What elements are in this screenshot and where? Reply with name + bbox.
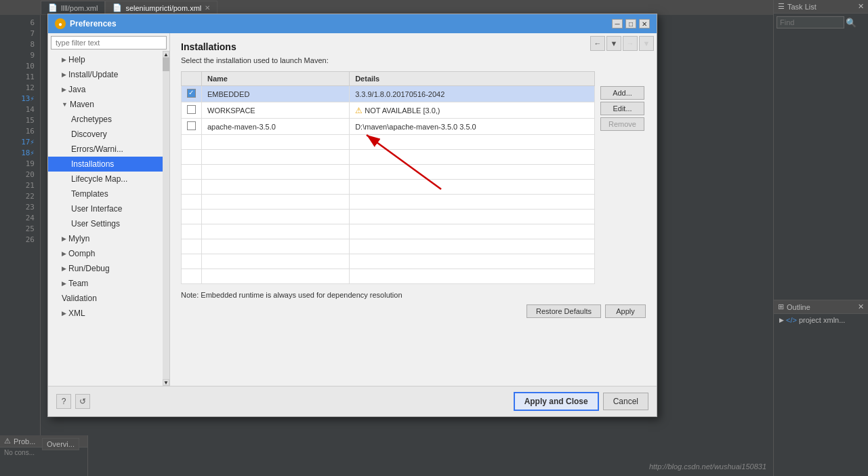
apply-button[interactable]: Apply [605,304,646,318]
sidebar-item-validation[interactable]: Validation [48,291,169,306]
file-icon-2: 📄 [112,3,122,12]
overview-tab[interactable]: Overvi... [42,438,79,450]
table-row-embedded[interactable]: EMBEDDED 3.3.9/1.8.0.20170516-2042 [182,86,595,102]
tab-bar: 📄 llll/pom.xml 📄 seleniumpricti/pom.xml … [0,0,868,15]
forward-button[interactable]: → [623,36,638,51]
sidebar-item-maven[interactable]: ▼ Maven [48,97,169,112]
sidebar-item-discovery[interactable]: Discovery [48,127,169,142]
table-action-buttons: Add... Edit... Remove [600,71,644,287]
table-row-empty-9 [182,254,595,269]
scroll-down-arrow[interactable]: ▼ [163,379,169,386]
installations-table: Name Details EMBEDDED 3 [181,71,595,284]
watermark: http://blog.csdn.net/wushuai150831 [649,462,766,471]
sidebar-item-archetypes[interactable]: Archetypes [48,112,169,127]
row-details-workspace: ⚠ NOT AVAILABLE [3.0,) [350,102,595,119]
dialog-main-content: ← ▼ → ▼ Installations Select the install… [170,33,657,386]
chevron-right-icon: ▶ [62,233,66,245]
forward-dropdown-button[interactable]: ▼ [639,36,654,51]
edit-button[interactable]: Edit... [600,102,644,115]
row-details-embedded: 3.3.9/1.8.0.20170516-2042 [350,86,595,102]
chevron-right-icon: ▶ [62,68,66,81]
sidebar-item-oomph[interactable]: ▶ Oomph [48,246,169,261]
sidebar-item-xml[interactable]: ▶ XML [48,306,169,321]
tab-pom-xml-2[interactable]: 📄 seleniumpricti/pom.xml ✕ [105,1,218,14]
outline-panel: ⊞ Outline ✕ ▶ </> project xmln... [773,300,868,435]
restore-defaults-button[interactable]: Restore Defaults [526,304,601,318]
row-checkbox-embedded[interactable] [182,86,202,102]
col-details: Details [350,72,595,86]
table-row-empty-10 [182,269,595,284]
sidebar-item-team[interactable]: ▶ Team [48,276,169,291]
restore-icon-button[interactable]: ↺ [75,394,90,409]
task-find-input[interactable] [777,16,844,28]
table-row-empty-2 [182,150,595,165]
row-name-workspace: WORKSPACE [202,102,350,119]
help-icon-button[interactable]: ? [56,394,71,409]
problems-icon: ⚠ [4,437,11,445]
sidebar-item-help[interactable]: ▶ Help [48,52,169,67]
outline-close-icon[interactable]: ✕ [858,302,864,311]
eclipse-background: 📄 llll/pom.xml 📄 seleniumpricti/pom.xml … [0,0,868,476]
remove-button[interactable]: Remove [600,117,644,131]
checkbox-workspace[interactable] [187,105,196,114]
tab-close-icon[interactable]: ✕ [205,4,210,12]
minimize-button[interactable]: ─ [612,19,623,28]
scroll-up-arrow[interactable]: ▲ [163,51,169,58]
row-checkbox-workspace[interactable] [182,102,202,119]
outline-item: ▶ </> project xmln... [774,314,868,326]
add-button[interactable]: Add... [600,86,644,100]
apply-and-close-button[interactable]: Apply and Close [514,392,599,411]
table-row-empty-1 [182,135,595,150]
chevron-right-icon: ▶ [62,54,66,66]
chevron-down-icon: ▼ [62,98,68,111]
sidebar-item-run-debug[interactable]: ▶ Run/Debug [48,261,169,276]
sidebar-scrollbar[interactable] [163,51,169,386]
outline-expand-icon[interactable]: ▶ [779,317,784,323]
dialog-sidebar: ▶ Help ▶ Install/Update ▶ Java ▼ Maven A… [48,33,170,386]
preferences-icon: ● [55,18,66,29]
outline-item-icon: </> [786,316,797,324]
back-dropdown-button[interactable]: ▼ [606,36,621,51]
tab-pom-xml-1[interactable]: 📄 llll/pom.xml [41,1,105,14]
installations-table-wrapper: Name Details EMBEDDED 3 [181,71,595,287]
task-panel-header: ☰ Task List ✕ [774,0,868,14]
table-area: Name Details EMBEDDED 3 [181,71,646,287]
sidebar-item-installations[interactable]: Installations [48,157,169,172]
task-find-area: 🔍 [777,16,865,28]
filter-input[interactable] [51,36,167,49]
table-row-empty-6 [182,210,595,224]
sidebar-item-user-interface[interactable]: User Interface [48,201,169,216]
section-desc: Select the installation used to launch M… [181,56,646,64]
nav-buttons: ← ▼ → ▼ [587,33,657,54]
sidebar-item-install-update[interactable]: ▶ Install/Update [48,67,169,82]
table-row-workspace[interactable]: WORKSPACE ⚠ NOT AVAILABLE [3.0,) [182,102,595,119]
outline-icon: ⊞ [778,302,784,311]
task-panel-close-icon[interactable]: ✕ [858,2,864,11]
row-checkbox-apache[interactable] [182,119,202,135]
sidebar-item-java[interactable]: ▶ Java [48,82,169,97]
close-button[interactable]: ✕ [639,19,650,28]
task-list-icon: ☰ [778,2,785,11]
outline-header: ⊞ Outline ✕ [774,300,868,314]
cancel-button[interactable]: Cancel [603,393,648,410]
sidebar-item-lifecycle[interactable]: Lifecycle Map... [48,172,169,186]
dialog-bottom-left: ? ↺ [56,394,510,409]
sidebar-item-templates[interactable]: Templates [48,186,169,201]
chevron-right-icon: ▶ [62,247,66,260]
table-row-apache-maven[interactable]: apache-maven-3.5.0 D:\maven\apache-maven… [182,119,595,135]
warning-icon: ⚠ [355,106,363,115]
task-search-icon[interactable]: 🔍 [846,18,856,28]
dialog-title: ● Preferences [55,18,117,29]
checkbox-apache[interactable] [187,121,196,130]
back-button[interactable]: ← [590,36,605,51]
table-row-empty-4 [182,180,595,195]
sidebar-item-mylyn[interactable]: ▶ Mylyn [48,231,169,246]
maximize-button[interactable]: □ [625,19,636,28]
checkbox-embedded[interactable] [187,89,196,98]
sidebar-item-errors[interactable]: Errors/Warni... [48,142,169,157]
sidebar-item-user-settings[interactable]: User Settings [48,216,169,231]
note-text: Note: Embedded runtime is always used fo… [181,291,646,299]
row-name-embedded: EMBEDDED [202,86,350,102]
table-row-empty-7 [182,224,595,239]
chevron-right-icon: ▶ [62,262,66,275]
